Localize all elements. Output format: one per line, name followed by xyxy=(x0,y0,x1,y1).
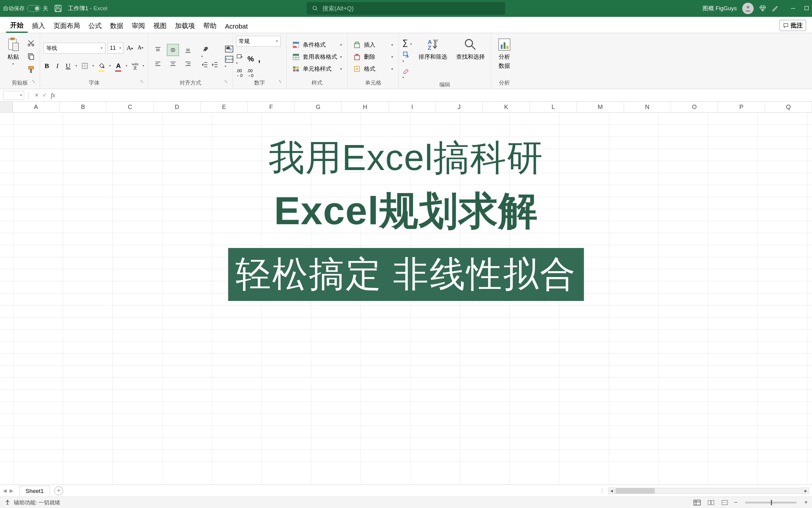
zoom-out-icon[interactable]: − xyxy=(734,499,738,506)
italic-button[interactable]: I xyxy=(54,61,60,71)
cut-icon[interactable] xyxy=(26,38,36,48)
decrease-indent-icon[interactable] xyxy=(201,61,208,68)
decrease-decimal-icon[interactable]: .00→0 xyxy=(247,68,253,78)
comments-button[interactable]: 批注 xyxy=(779,20,806,31)
col-header[interactable]: A xyxy=(13,102,59,112)
number-format-select[interactable]: 常规▾ xyxy=(236,36,281,47)
font-name-select[interactable]: 等线▾ xyxy=(44,43,105,53)
col-header[interactable]: O xyxy=(671,102,718,112)
scroll-right-icon[interactable]: ▶ xyxy=(802,488,809,494)
page-layout-view-icon[interactable] xyxy=(707,499,715,506)
worksheet-grid[interactable]: // inline generation of gridlines deferr… xyxy=(0,113,812,484)
tab-view[interactable]: 视图 xyxy=(149,22,171,33)
underline-button[interactable]: U xyxy=(65,61,71,71)
accounting-format-icon[interactable]: ▾ xyxy=(236,53,243,65)
zoom-slider[interactable] xyxy=(745,502,796,504)
group-label-number: 数字 xyxy=(236,78,283,88)
phonetic-icon[interactable]: wén文 xyxy=(132,61,138,71)
tab-acrobat[interactable]: Acrobat xyxy=(221,23,252,33)
col-header[interactable]: N xyxy=(624,102,671,112)
delete-cells-button[interactable]: 删除▾ xyxy=(351,51,395,63)
col-header[interactable]: I xyxy=(389,102,436,112)
cancel-formula-icon[interactable]: ✕ xyxy=(33,92,41,98)
col-header[interactable]: K xyxy=(483,102,530,112)
autosave-toggle[interactable]: 自动保存 关 xyxy=(3,5,48,12)
decrease-font-icon[interactable]: A▾ xyxy=(136,43,144,53)
sheet-prev-icon[interactable]: ◀ xyxy=(3,488,7,494)
align-middle-icon[interactable] xyxy=(167,44,179,56)
col-header[interactable]: C xyxy=(106,102,153,112)
align-left-icon[interactable] xyxy=(152,58,164,70)
font-size-select[interactable]: 11▾ xyxy=(108,43,123,53)
diamond-icon[interactable] xyxy=(759,5,766,12)
tab-data[interactable]: 数据 xyxy=(106,22,128,33)
col-header[interactable]: M xyxy=(577,102,624,112)
format-cells-button[interactable]: 格式▾ xyxy=(351,63,395,75)
paste-button[interactable]: 粘贴 ▾ xyxy=(4,36,23,68)
horizontal-scrollbar[interactable] xyxy=(615,488,802,494)
col-header[interactable]: B xyxy=(59,102,106,112)
tab-insert[interactable]: 插入 xyxy=(28,22,49,33)
tab-home[interactable]: 开始 xyxy=(6,21,28,33)
tab-formulas[interactable]: 公式 xyxy=(84,22,106,33)
maximize-icon[interactable] xyxy=(804,6,809,11)
col-header[interactable]: L xyxy=(530,102,577,112)
increase-font-icon[interactable]: A▴ xyxy=(126,43,134,53)
analyze-data-button[interactable]: 分析 数据 xyxy=(495,36,514,72)
tab-review[interactable]: 审阅 xyxy=(128,22,149,33)
comma-icon[interactable]: , xyxy=(258,54,260,64)
fill-icon[interactable]: ▾ xyxy=(402,51,412,64)
increase-indent-icon[interactable] xyxy=(211,61,219,68)
col-header[interactable]: P xyxy=(718,102,765,112)
insert-cells-button[interactable]: 插入▾ xyxy=(351,39,395,51)
save-icon[interactable] xyxy=(53,3,63,13)
col-header[interactable]: F xyxy=(248,102,295,112)
search-box[interactable]: 搜索(Alt+Q) xyxy=(307,2,505,15)
scroll-left-icon[interactable]: ◀ xyxy=(608,488,615,494)
fx-icon[interactable]: fx xyxy=(51,92,55,99)
increase-decimal-icon[interactable]: .00←0 xyxy=(236,68,243,78)
align-top-icon[interactable] xyxy=(152,44,164,56)
confirm-formula-icon[interactable]: ✓ xyxy=(41,92,48,98)
clear-icon[interactable]: ▾ xyxy=(402,67,412,80)
percent-icon[interactable]: % xyxy=(247,55,254,63)
sort-filter-button[interactable]: AZ 排序和筛选 xyxy=(416,36,449,62)
cell-styles-button[interactable]: 单元格样式▾ xyxy=(290,63,344,75)
find-select-button[interactable]: 查找和选择 xyxy=(454,36,487,62)
sheet-tab[interactable]: Sheet1 xyxy=(19,486,50,496)
col-header[interactable]: D xyxy=(154,102,201,112)
tab-page-layout[interactable]: 页面布局 xyxy=(49,22,84,33)
add-sheet-icon[interactable]: + xyxy=(54,486,63,495)
col-header[interactable]: J xyxy=(436,102,483,112)
name-box[interactable]: ▾ xyxy=(3,91,24,100)
svg-point-55 xyxy=(241,56,242,57)
minimize-icon[interactable] xyxy=(790,6,796,11)
orientation-icon[interactable]: ab ▾ xyxy=(201,45,219,59)
autosum-icon[interactable]: ∑ ▾ xyxy=(402,38,412,47)
normal-view-icon[interactable] xyxy=(692,499,702,506)
pen-icon[interactable] xyxy=(772,5,779,12)
col-header[interactable]: H xyxy=(342,102,389,112)
conditional-format-button[interactable]: 条件格式▾ xyxy=(290,39,344,51)
format-painter-icon[interactable] xyxy=(26,65,36,75)
bold-button[interactable]: B xyxy=(44,61,50,71)
user-avatar-icon[interactable] xyxy=(742,3,754,14)
tab-help[interactable]: 帮助 xyxy=(199,22,221,33)
col-header[interactable]: E xyxy=(201,102,247,112)
align-bottom-icon[interactable] xyxy=(182,44,194,56)
col-header[interactable]: Q xyxy=(765,102,812,112)
table-format-button[interactable]: 套用表格格式▾ xyxy=(290,51,344,63)
select-all-corner[interactable] xyxy=(0,102,13,112)
fill-color-icon[interactable] xyxy=(98,61,105,71)
sheet-next-icon[interactable]: ▶ xyxy=(10,488,13,494)
align-right-icon[interactable] xyxy=(182,58,194,70)
zoom-in-icon[interactable]: + xyxy=(804,499,808,506)
col-header[interactable]: G xyxy=(295,102,342,112)
tab-addins[interactable]: 加载项 xyxy=(171,22,199,33)
page-break-view-icon[interactable] xyxy=(720,499,729,506)
copy-icon[interactable] xyxy=(26,51,36,61)
align-center-icon[interactable] xyxy=(167,58,179,70)
border-icon[interactable] xyxy=(82,61,88,71)
user-name[interactable]: 图概 FigGuys xyxy=(703,4,737,12)
font-color-icon[interactable]: A xyxy=(115,61,122,71)
